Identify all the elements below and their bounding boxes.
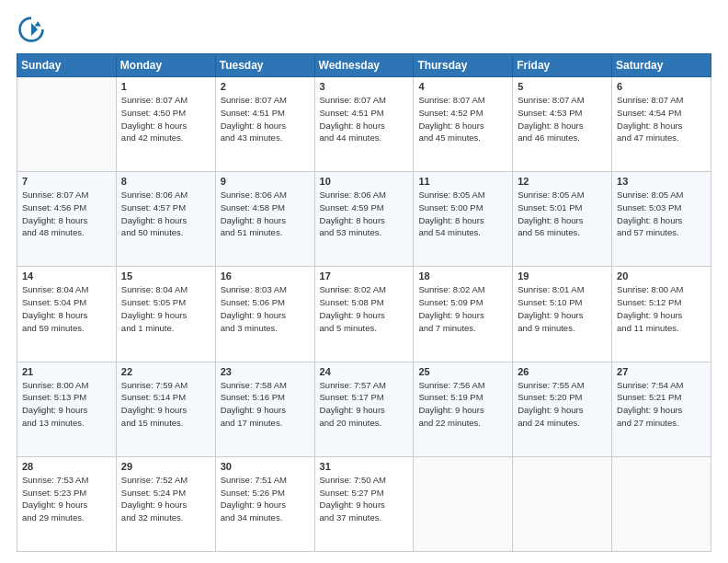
day-number: 12 — [518, 176, 607, 187]
calendar-cell: 31Sunrise: 7:50 AMSunset: 5:27 PMDayligh… — [314, 456, 414, 551]
calendar-cell: 6Sunrise: 8:07 AMSunset: 4:54 PMDaylight… — [612, 77, 711, 172]
day-info: Sunrise: 8:01 AMSunset: 5:10 PMDaylight:… — [518, 283, 607, 334]
calendar-week-row: 1Sunrise: 8:07 AMSunset: 4:50 PMDaylight… — [17, 77, 711, 172]
day-number: 2 — [221, 81, 310, 92]
calendar-cell: 23Sunrise: 7:58 AMSunset: 5:16 PMDayligh… — [215, 362, 314, 456]
calendar-cell: 4Sunrise: 8:07 AMSunset: 4:52 PMDaylight… — [414, 77, 513, 172]
weekday-header: Monday — [116, 54, 215, 77]
calendar-week-row: 28Sunrise: 7:53 AMSunset: 5:23 PMDayligh… — [17, 456, 711, 551]
weekday-header: Friday — [513, 54, 612, 77]
day-info: Sunrise: 8:03 AMSunset: 5:06 PMDaylight:… — [221, 283, 310, 334]
day-number: 3 — [320, 81, 409, 92]
day-info: Sunrise: 7:55 AMSunset: 5:20 PMDaylight:… — [518, 379, 607, 430]
day-number: 16 — [221, 270, 310, 282]
calendar-cell: 5Sunrise: 8:07 AMSunset: 4:53 PMDaylight… — [513, 77, 612, 172]
calendar-week-row: 14Sunrise: 8:04 AMSunset: 5:04 PMDayligh… — [17, 267, 711, 362]
calendar-cell — [414, 456, 513, 551]
day-number: 30 — [221, 461, 310, 472]
calendar-cell: 15Sunrise: 8:04 AMSunset: 5:05 PMDayligh… — [116, 267, 215, 362]
calendar-cell: 12Sunrise: 8:05 AMSunset: 5:01 PMDayligh… — [513, 172, 612, 267]
header — [17, 15, 711, 44]
calendar-cell: 13Sunrise: 8:05 AMSunset: 5:03 PMDayligh… — [612, 172, 711, 267]
day-number: 10 — [320, 176, 409, 187]
day-number: 15 — [121, 270, 210, 282]
weekday-header: Saturday — [612, 54, 711, 77]
day-info: Sunrise: 8:06 AMSunset: 4:59 PMDaylight:… — [320, 189, 409, 239]
calendar-cell: 9Sunrise: 8:06 AMSunset: 4:58 PMDaylight… — [215, 172, 314, 267]
day-number: 13 — [617, 176, 706, 187]
day-number: 31 — [320, 461, 409, 472]
calendar-cell: 21Sunrise: 8:00 AMSunset: 5:13 PMDayligh… — [17, 362, 117, 456]
calendar-cell: 26Sunrise: 7:55 AMSunset: 5:20 PMDayligh… — [513, 362, 612, 456]
calendar-cell: 19Sunrise: 8:01 AMSunset: 5:10 PMDayligh… — [513, 267, 612, 362]
day-info: Sunrise: 8:07 AMSunset: 4:50 PMDaylight:… — [121, 94, 210, 144]
calendar-cell: 16Sunrise: 8:03 AMSunset: 5:06 PMDayligh… — [215, 267, 314, 362]
day-info: Sunrise: 7:51 AMSunset: 5:26 PMDaylight:… — [221, 474, 310, 524]
day-number: 23 — [221, 366, 310, 377]
calendar-table: SundayMondayTuesdayWednesdayThursdayFrid… — [17, 53, 711, 552]
day-number: 14 — [22, 270, 111, 282]
calendar-week-row: 7Sunrise: 8:07 AMSunset: 4:56 PMDaylight… — [17, 172, 711, 267]
calendar-cell: 10Sunrise: 8:06 AMSunset: 4:59 PMDayligh… — [314, 172, 414, 267]
day-number: 8 — [121, 176, 210, 187]
day-info: Sunrise: 8:07 AMSunset: 4:52 PMDaylight:… — [418, 94, 507, 144]
day-info: Sunrise: 8:02 AMSunset: 5:08 PMDaylight:… — [320, 283, 409, 334]
calendar-cell: 14Sunrise: 8:04 AMSunset: 5:04 PMDayligh… — [17, 267, 117, 362]
calendar-cell: 2Sunrise: 8:07 AMSunset: 4:51 PMDaylight… — [215, 77, 314, 172]
day-info: Sunrise: 7:50 AMSunset: 5:27 PMDaylight:… — [320, 474, 409, 524]
calendar-cell: 18Sunrise: 8:02 AMSunset: 5:09 PMDayligh… — [414, 267, 513, 362]
day-info: Sunrise: 8:05 AMSunset: 5:00 PMDaylight:… — [418, 189, 507, 239]
day-info: Sunrise: 8:02 AMSunset: 5:09 PMDaylight:… — [418, 283, 507, 334]
weekday-header: Wednesday — [314, 54, 414, 77]
day-number: 17 — [320, 270, 409, 282]
calendar-cell: 30Sunrise: 7:51 AMSunset: 5:26 PMDayligh… — [215, 456, 314, 551]
day-number: 21 — [22, 366, 111, 377]
weekday-header: Thursday — [414, 54, 513, 77]
day-number: 7 — [22, 176, 111, 187]
day-number: 22 — [121, 366, 210, 377]
day-number: 11 — [418, 176, 507, 187]
day-info: Sunrise: 7:53 AMSunset: 5:23 PMDaylight:… — [22, 474, 111, 524]
day-number: 4 — [418, 81, 507, 92]
calendar-cell: 22Sunrise: 7:59 AMSunset: 5:14 PMDayligh… — [116, 362, 215, 456]
day-info: Sunrise: 7:52 AMSunset: 5:24 PMDaylight:… — [121, 474, 210, 524]
day-info: Sunrise: 8:07 AMSunset: 4:54 PMDaylight:… — [617, 94, 706, 144]
day-number: 5 — [518, 81, 607, 92]
day-info: Sunrise: 8:04 AMSunset: 5:04 PMDaylight:… — [22, 283, 111, 334]
calendar-cell: 20Sunrise: 8:00 AMSunset: 5:12 PMDayligh… — [612, 267, 711, 362]
day-info: Sunrise: 8:04 AMSunset: 5:05 PMDaylight:… — [121, 283, 210, 334]
calendar-cell: 24Sunrise: 7:57 AMSunset: 5:17 PMDayligh… — [314, 362, 414, 456]
calendar-cell: 1Sunrise: 8:07 AMSunset: 4:50 PMDaylight… — [116, 77, 215, 172]
day-info: Sunrise: 7:54 AMSunset: 5:21 PMDaylight:… — [617, 379, 706, 430]
day-info: Sunrise: 7:58 AMSunset: 5:16 PMDaylight:… — [221, 379, 310, 430]
calendar-cell: 7Sunrise: 8:07 AMSunset: 4:56 PMDaylight… — [17, 172, 117, 267]
day-info: Sunrise: 7:56 AMSunset: 5:19 PMDaylight:… — [418, 379, 507, 430]
day-number: 24 — [320, 366, 409, 377]
day-number: 18 — [418, 270, 507, 282]
calendar-cell — [17, 77, 117, 172]
page: SundayMondayTuesdayWednesdayThursdayFrid… — [0, 0, 728, 563]
day-info: Sunrise: 8:00 AMSunset: 5:13 PMDaylight:… — [22, 379, 111, 430]
day-number: 6 — [617, 81, 706, 92]
day-number: 25 — [418, 366, 507, 377]
day-info: Sunrise: 8:07 AMSunset: 4:53 PMDaylight:… — [518, 94, 607, 144]
day-info: Sunrise: 8:06 AMSunset: 4:58 PMDaylight:… — [221, 189, 310, 239]
day-info: Sunrise: 7:59 AMSunset: 5:14 PMDaylight:… — [121, 379, 210, 430]
calendar-cell: 17Sunrise: 8:02 AMSunset: 5:08 PMDayligh… — [314, 267, 414, 362]
day-info: Sunrise: 8:07 AMSunset: 4:51 PMDaylight:… — [320, 94, 409, 144]
day-info: Sunrise: 8:05 AMSunset: 5:03 PMDaylight:… — [617, 189, 706, 239]
calendar-cell: 3Sunrise: 8:07 AMSunset: 4:51 PMDaylight… — [314, 77, 414, 172]
day-info: Sunrise: 8:00 AMSunset: 5:12 PMDaylight:… — [617, 283, 706, 334]
day-number: 29 — [121, 461, 210, 472]
day-number: 9 — [221, 176, 310, 187]
day-info: Sunrise: 8:07 AMSunset: 4:56 PMDaylight:… — [22, 189, 111, 239]
day-number: 20 — [617, 270, 706, 282]
calendar-cell: 27Sunrise: 7:54 AMSunset: 5:21 PMDayligh… — [612, 362, 711, 456]
weekday-header: Sunday — [17, 54, 117, 77]
logo-icon — [17, 15, 46, 44]
day-number: 1 — [121, 81, 210, 92]
logo — [17, 15, 50, 44]
calendar-cell: 29Sunrise: 7:52 AMSunset: 5:24 PMDayligh… — [116, 456, 215, 551]
calendar-week-row: 21Sunrise: 8:00 AMSunset: 5:13 PMDayligh… — [17, 362, 711, 456]
day-info: Sunrise: 8:07 AMSunset: 4:51 PMDaylight:… — [221, 94, 310, 144]
